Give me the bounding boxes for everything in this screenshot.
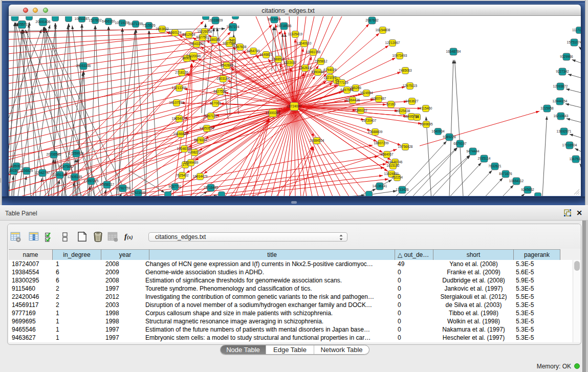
svg-text:17957225: 17957225 [84, 179, 99, 183]
svg-text:7515526: 7515526 [142, 24, 156, 27]
svg-text:7485063: 7485063 [399, 69, 412, 72]
svg-text:14136141: 14136141 [373, 184, 387, 188]
svg-text:252254: 252254 [391, 176, 403, 179]
svg-text:1588520: 1588520 [272, 57, 285, 61]
svg-text:4498222: 4498222 [188, 150, 201, 154]
svg-text:1156829: 1156829 [20, 169, 33, 172]
svg-text:1615132: 1615132 [386, 164, 400, 167]
svg-text:6879197: 6879197 [453, 142, 467, 145]
svg-text:9115460: 9115460 [420, 106, 432, 110]
svg-text:7632621: 7632621 [488, 164, 502, 168]
svg-text:29053346: 29053346 [76, 64, 91, 68]
svg-text:10654112: 10654112 [509, 179, 524, 183]
svg-text:8660124: 8660124 [168, 31, 182, 34]
svg-text:8878334: 8878334 [194, 138, 207, 142]
svg-text:94: 94 [415, 115, 419, 119]
svg-text:12213967: 12213967 [385, 41, 400, 45]
svg-text:19218586: 19218586 [277, 24, 292, 28]
svg-text:16107553: 16107553 [169, 101, 184, 104]
svg-text:8471676: 8471676 [499, 172, 512, 176]
svg-text:10958117: 10958117 [100, 183, 115, 186]
svg-text:39159: 39159 [9, 169, 18, 172]
svg-text:435061: 435061 [11, 164, 22, 168]
svg-text:1640934: 1640934 [431, 129, 445, 133]
svg-text:16648784: 16648784 [446, 50, 461, 53]
svg-text:8427552: 8427552 [213, 90, 227, 93]
svg-text:15751074: 15751074 [567, 40, 581, 44]
svg-text:98901: 98901 [182, 56, 191, 60]
svg-text:3215958: 3215958 [540, 106, 554, 110]
svg-text:15226058: 15226058 [198, 30, 212, 33]
svg-text:7955812: 7955812 [314, 59, 328, 63]
svg-text:2718126: 2718126 [175, 71, 188, 74]
svg-text:10046768: 10046768 [177, 147, 192, 150]
svg-text:2667608: 2667608 [233, 45, 247, 49]
svg-text:19384554: 19384554 [310, 139, 324, 142]
svg-text:7357224: 7357224 [226, 25, 239, 29]
svg-text:16210643: 16210643 [554, 114, 569, 118]
svg-text:8322037: 8322037 [284, 61, 297, 64]
svg-text:2803144: 2803144 [216, 77, 230, 80]
svg-text:16154808: 16154808 [376, 28, 390, 32]
svg-text:16914479: 16914479 [193, 174, 208, 178]
svg-text:9777169: 9777169 [335, 81, 349, 84]
svg-text:3624554: 3624554 [360, 91, 373, 95]
svg-text:19166829: 19166829 [173, 132, 188, 136]
svg-text:9242848: 9242848 [220, 63, 233, 67]
svg-text:1167533: 1167533 [570, 157, 581, 161]
svg-text:12213369: 12213369 [172, 86, 187, 90]
svg-text:9699695: 9699695 [420, 122, 433, 126]
svg-text:16671355: 16671355 [128, 22, 143, 26]
svg-text:1527602: 1527602 [89, 18, 102, 22]
svg-text:7986322: 7986322 [354, 108, 367, 112]
svg-text:9474444: 9474444 [466, 149, 480, 153]
svg-text:9657791: 9657791 [168, 185, 182, 188]
svg-text:1733426: 1733426 [396, 188, 409, 191]
svg-text:9146821: 9146821 [259, 53, 273, 56]
svg-text:8912954: 8912954 [182, 33, 195, 36]
svg-text:12505185: 12505185 [68, 175, 82, 179]
svg-text:12942737: 12942737 [35, 171, 50, 174]
svg-text:13300203: 13300203 [266, 111, 280, 115]
svg-text:10807487: 10807487 [372, 97, 386, 100]
svg-text:15720407: 15720407 [362, 119, 377, 122]
svg-text:9227342: 9227342 [556, 70, 569, 73]
svg-text:12444154: 12444154 [553, 99, 568, 103]
svg-text:9245652: 9245652 [521, 188, 534, 191]
svg-text:10973493: 10973493 [393, 54, 407, 57]
svg-text:9329966: 9329966 [560, 55, 573, 58]
svg-text:10961758: 10961758 [306, 50, 321, 54]
svg-text:62160: 62160 [386, 102, 396, 106]
svg-text:13640910: 13640910 [297, 41, 312, 45]
svg-text:17359924: 17359924 [69, 151, 84, 155]
svg-text:12353594: 12353594 [200, 126, 214, 130]
svg-text:8186328: 8186328 [207, 38, 221, 41]
svg-text:20691406: 20691406 [36, 20, 51, 24]
svg-text:8990448: 8990448 [311, 70, 324, 74]
svg-text:18807299: 18807299 [374, 141, 389, 145]
svg-text:16782759: 16782759 [116, 186, 130, 190]
svg-text:9084067: 9084067 [380, 152, 394, 156]
svg-text:617006: 617006 [210, 101, 221, 105]
svg-text:12975115: 12975115 [403, 84, 418, 87]
svg-text:10719155: 10719155 [115, 21, 130, 25]
svg-text:13692971: 13692971 [557, 129, 572, 133]
svg-text:16120746: 16120746 [388, 160, 403, 164]
svg-text:13524851: 13524851 [384, 172, 399, 176]
svg-text:18724007: 18724007 [287, 104, 302, 108]
svg-text:174: 174 [183, 163, 188, 166]
svg-text:3267130: 3267130 [204, 114, 217, 118]
svg-text:6466160: 6466160 [102, 19, 115, 23]
svg-text:14055713: 14055713 [15, 23, 30, 26]
svg-text:20206585: 20206585 [47, 152, 61, 156]
svg-text:11325419: 11325419 [288, 32, 303, 36]
svg-text:6794028: 6794028 [323, 68, 337, 72]
svg-text:8813054: 8813054 [268, 17, 281, 21]
svg-text:2935114: 2935114 [478, 157, 491, 160]
svg-text:11171337: 11171337 [572, 28, 581, 32]
svg-text:9463627: 9463627 [405, 99, 419, 103]
svg-text:16033809: 16033809 [208, 18, 223, 22]
svg-text:7625402: 7625402 [176, 173, 189, 177]
svg-text:1362615: 1362615 [298, 66, 312, 70]
svg-text:9327508: 9327508 [223, 41, 236, 45]
